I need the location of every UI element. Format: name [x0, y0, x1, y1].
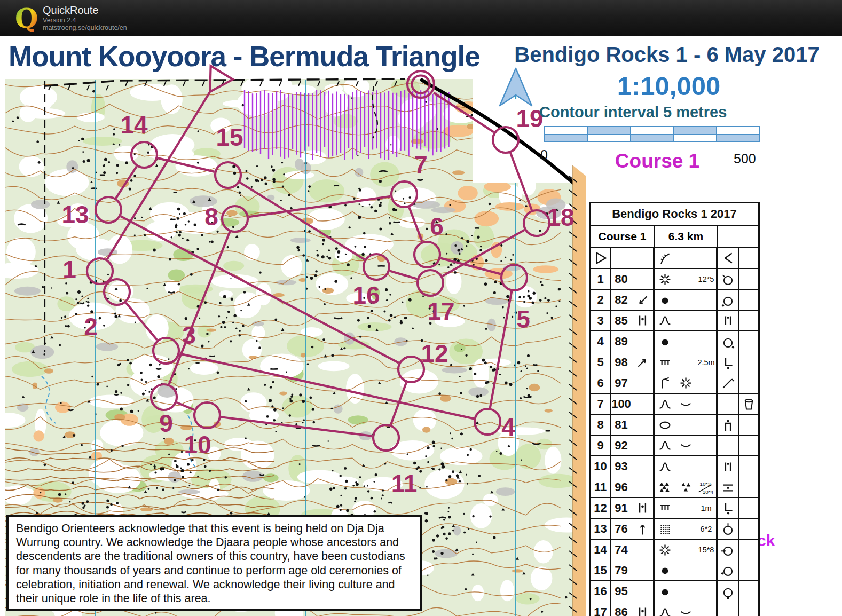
control-row-cell: 86 — [611, 602, 632, 616]
control-row-cell — [696, 394, 718, 415]
control-row-cell — [655, 436, 675, 456]
control-row-cell — [739, 415, 758, 436]
card-course: Course 1 — [591, 226, 655, 247]
svg-text:11: 11 — [391, 470, 418, 497]
control-row-cell: 14 — [591, 540, 611, 560]
control-row-cell — [675, 602, 696, 616]
card-blank — [718, 226, 758, 247]
control-row-cell — [675, 352, 696, 373]
control-row-cell: 76 — [611, 519, 632, 540]
control-row-cell: 2.5m — [696, 352, 718, 373]
control-row-cell — [718, 352, 739, 373]
app-titlebar: Q QuickRoute Version 2.4 matstroeng.se/q… — [0, 0, 842, 36]
control-row-cell — [739, 560, 758, 581]
control-row-cell: 10*3 10*4 — [696, 477, 718, 498]
control-row-cell — [675, 373, 696, 394]
control-row-cell: 95 — [611, 581, 632, 602]
control-row-cell: 9 — [591, 436, 611, 456]
svg-text:13: 13 — [61, 201, 89, 228]
svg-text:8: 8 — [204, 203, 218, 231]
control-row-cell — [655, 290, 675, 311]
control-row-cell — [632, 269, 655, 290]
svg-text:17: 17 — [427, 297, 454, 325]
control-row-cell: 79 — [611, 560, 632, 581]
control-row-cell: 6 — [591, 373, 611, 394]
control-row-cell — [718, 436, 739, 456]
control-row-cell — [675, 581, 696, 602]
control-row-cell — [696, 290, 718, 311]
control-row-cell: 8 — [591, 415, 611, 436]
control-row-cell — [739, 498, 758, 519]
control-row-cell — [696, 415, 718, 436]
control-row-cell — [632, 373, 655, 394]
control-row-cell: 98 — [611, 352, 632, 373]
control-row-cell — [718, 269, 739, 290]
svg-text:2: 2 — [84, 313, 98, 341]
control-row-cell — [632, 331, 655, 352]
acknowledgement-text: Bendigo Orienteers acknowledge that this… — [16, 522, 405, 605]
control-row-cell — [632, 560, 655, 581]
control-row-cell — [675, 415, 696, 436]
control-row-cell — [718, 581, 739, 602]
control-row-cell — [718, 602, 739, 616]
svg-text:15: 15 — [216, 123, 243, 151]
control-row-cell: 92 — [611, 436, 632, 456]
control-row-cell — [632, 394, 655, 415]
svg-text:18: 18 — [547, 203, 574, 231]
control-row-cell: 80 — [611, 269, 632, 290]
scale-end-label: 500 — [734, 151, 756, 167]
control-row-cell — [675, 269, 696, 290]
control-row-cell — [696, 560, 718, 581]
map-title: Mount Kooyoora - Bermuda Triangle — [9, 40, 480, 73]
app-url[interactable]: matstroeng.se/quickroute/en — [43, 24, 127, 31]
control-row-cell: 7 — [591, 394, 611, 415]
control-row-cell — [655, 560, 675, 581]
control-row-cell: 12 — [591, 498, 611, 519]
control-row-cell: 85 — [611, 311, 632, 331]
control-row-cell: 10 — [591, 456, 611, 477]
control-row-cell — [739, 331, 758, 352]
control-row-cell — [718, 311, 739, 331]
control-row-cell: 93 — [611, 456, 632, 477]
control-row-cell: 100 — [611, 394, 632, 415]
control-row-cell — [675, 456, 696, 477]
control-row-cell: 15 — [591, 560, 611, 581]
control-row-cell — [655, 394, 675, 415]
svg-text:12: 12 — [421, 339, 448, 367]
scale-zero-label: 0 — [540, 147, 548, 163]
control-row-cell — [718, 331, 739, 352]
course-name-label: Course 1 — [614, 150, 701, 172]
control-row-cell: 17 — [591, 602, 611, 616]
control-row-cell — [632, 415, 655, 436]
control-row-cell — [675, 477, 696, 498]
control-rows: 18012*52823854895982.5m69771008819921093… — [591, 248, 758, 616]
control-row-cell — [739, 456, 758, 477]
control-row-cell: 4 — [591, 331, 611, 352]
control-row-cell — [655, 311, 675, 331]
svg-text:6: 6 — [430, 212, 444, 240]
control-row-cell — [675, 436, 696, 456]
control-row-cell — [632, 519, 655, 540]
control-row-cell: 15*8 — [696, 540, 718, 560]
control-row-cell — [632, 352, 655, 373]
control-row-cell — [718, 560, 739, 581]
control-row-cell: 11 — [591, 477, 611, 498]
control-row-cell — [739, 269, 758, 290]
control-row-cell — [696, 436, 718, 456]
control-row-cell — [675, 519, 696, 540]
control-row-cell — [739, 290, 758, 311]
start-row-cell — [611, 248, 632, 269]
control-row-cell — [718, 456, 739, 477]
control-row-cell — [655, 581, 675, 602]
control-row-cell — [655, 415, 675, 436]
control-row-cell — [675, 394, 696, 415]
control-row-cell — [655, 519, 675, 540]
control-row-cell — [696, 602, 718, 616]
control-row-cell — [739, 352, 758, 373]
control-row-cell — [675, 498, 696, 519]
control-row-cell — [696, 456, 718, 477]
start-row-cell — [718, 248, 739, 269]
control-row-cell — [632, 290, 655, 311]
control-row-cell — [632, 311, 655, 331]
quickroute-window: { "app": { "name": "QuickRoute", "versio… — [0, 0, 842, 616]
